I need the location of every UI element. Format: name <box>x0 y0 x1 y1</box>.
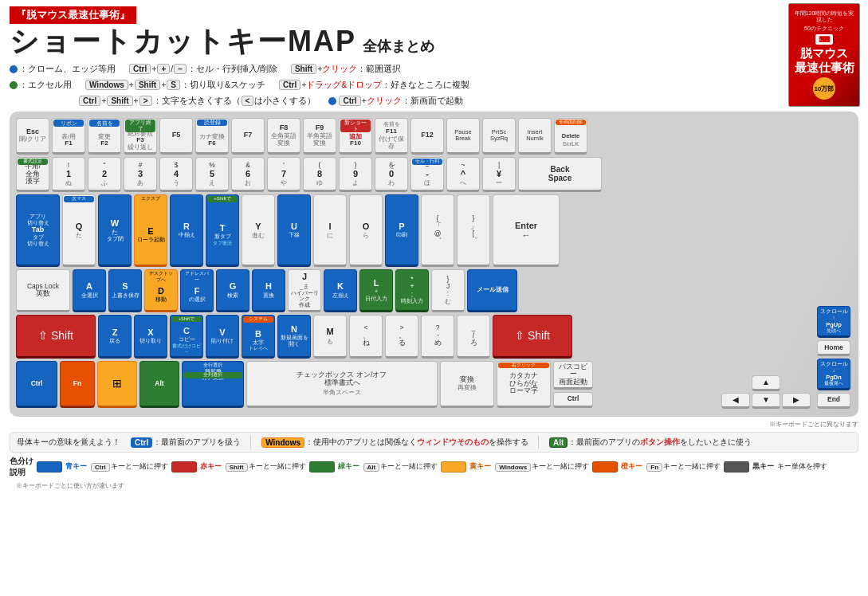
key-p[interactable]: P 印刷 <box>385 194 418 267</box>
key-hanzen[interactable]: 半角/ 全角 漢字 書式設定 <box>16 157 49 192</box>
key-end[interactable]: End <box>817 393 850 409</box>
key-minus[interactable]: = - ほ セル・行列 <box>410 157 444 192</box>
qwerty-row: アプリ 切り替え Tab タブ 切り替え Q た 次マス W た タブ閉 エクス… <box>16 194 852 267</box>
key-up[interactable]: ▲ <box>752 375 780 391</box>
key-q[interactable]: Q た 次マス <box>62 194 96 267</box>
key-f8[interactable]: F8 全角英語 変換 <box>267 118 300 155</box>
arrow-keys: ▲ ◀ ▼ ▶ <box>721 375 811 409</box>
key-y[interactable]: Y 進む <box>242 194 275 267</box>
key-fn[interactable]: Fn <box>60 361 95 408</box>
right-ctrl-area: パスコピー 画面起動 Ctrl <box>553 361 593 408</box>
right-nav-cluster: スクロール↑ PgUp 先頭へ Home スクロール↓ PgDn 最後尾へ <box>817 306 850 409</box>
key-comma[interactable]: < 、 ね <box>349 315 383 359</box>
key-left[interactable]: ◀ <box>721 393 750 409</box>
key-mail[interactable]: メール送信 <box>467 269 517 312</box>
key-backslash[interactable]: _ / ろ <box>457 315 490 359</box>
key-backspace[interactable]: Back Space <box>518 157 602 192</box>
key-c[interactable]: +Shiftで C コピー 書式だけコピ→ <box>170 315 203 359</box>
key-8[interactable]: ( 8 ゆ <box>303 157 336 192</box>
key-a[interactable]: A 全選択 <box>73 269 106 312</box>
key-s[interactable]: S 上書き保存 <box>108 269 142 312</box>
key-yen[interactable]: | ¥ ー <box>482 157 516 192</box>
key-4[interactable]: $ 4 う <box>159 157 193 192</box>
asdf-row: Caps Lock 英数 A 全選択 S 上書き保存 デスクトップへ D 移動 <box>16 269 852 312</box>
key-prtsc[interactable]: PrtSc SyzRq <box>482 118 516 155</box>
key-h[interactable]: H 置換 <box>252 269 285 312</box>
key-o[interactable]: O ら <box>349 194 383 267</box>
key-ctrl-left[interactable]: Ctrl <box>16 361 57 408</box>
key-f11[interactable]: 名前を F11 付けて保存 <box>375 118 408 155</box>
key-f10[interactable]: 新ショート 追加 F10 <box>339 118 372 155</box>
key-f9[interactable]: F9 半角英語 変換 <box>303 118 336 155</box>
key-bracket-right[interactable]: } 」 [ ゜ <box>457 194 490 267</box>
keyboard-container: Esc 閉/クリア リボン 表/用 F1 名前を 変更 F2 <box>10 112 858 417</box>
key-x[interactable]: X 切り取り <box>134 315 167 359</box>
key-space[interactable]: チェックボックス オン/オフ 標準書式へ 半角スペース <box>246 361 438 408</box>
key-2[interactable]: " 2 ふ <box>88 157 121 192</box>
key-r[interactable]: R 中揃え <box>170 194 203 267</box>
key-6[interactable]: & 6 お <box>231 157 265 192</box>
key-7[interactable]: ' 7 や <box>267 157 300 192</box>
key-delete[interactable]: 全画面削除 Delete ScrLK <box>554 118 587 155</box>
key-caret[interactable]: ~ ^ へ <box>446 157 480 192</box>
key-pgdn[interactable]: スクロール↓ PgDn 最後尾へ <box>817 359 850 390</box>
title-box: 『脱マウス最速仕事術』 <box>10 6 136 24</box>
key-u[interactable]: U 下線 <box>277 194 311 267</box>
key-shift-left[interactable]: ⇧ Shift <box>16 315 96 359</box>
key-shift-right[interactable]: ⇧ Shift <box>493 315 572 359</box>
key-3[interactable]: # 3 あ <box>124 157 157 192</box>
key-5[interactable]: % 5 え <box>195 157 229 192</box>
book-title2: 最速仕事術 <box>795 61 854 75</box>
key-0[interactable]: を 0 わ <box>375 157 408 192</box>
key-f3[interactable]: アプリ終了 絶対参照 F3 繰り返し <box>124 118 157 155</box>
key-katakana[interactable]: カタカナ ひらがな ローマ字 右クリック <box>497 361 551 408</box>
key-n[interactable]: N 新規画面を 開く <box>277 315 311 359</box>
color-orange <box>592 461 618 472</box>
key-ctrl-right[interactable]: Ctrl <box>553 392 593 408</box>
key-semicolon[interactable]: * + ; 時刻入力 <box>395 269 429 312</box>
key-j[interactable]: J _ま ハイパーリンク 作成 <box>288 269 321 312</box>
key-m[interactable]: M も <box>313 315 347 359</box>
key-9[interactable]: ) 9 よ <box>339 157 372 192</box>
key-muhenkan[interactable]: 無変換 カナ変換 全行選択 全列選択 <box>182 361 244 408</box>
key-b[interactable]: システム B 太字 トレイへ <box>242 315 275 359</box>
key-windows[interactable]: ⊞ <box>97 361 137 408</box>
key-bracket-left[interactable]: { 「 @ ゛ <box>421 194 454 267</box>
key-e[interactable]: エクスプ E ローラ起動 <box>134 194 167 267</box>
key-tab[interactable]: アプリ 切り替え Tab タブ 切り替え <box>16 194 60 267</box>
key-capslock[interactable]: Caps Lock 英数 <box>16 269 70 312</box>
book-title1: 脱マウス <box>800 46 848 61</box>
key-f12[interactable]: F12 <box>410 118 444 155</box>
key-period[interactable]: > 。 る <box>385 315 418 359</box>
key-f7[interactable]: F7 <box>231 118 265 155</box>
legend-row2: ：エクセル用 Windows+Shift+S：切り取り&スケッチ Ctrl+ドラ… <box>10 80 858 91</box>
key-g[interactable]: G 検索 <box>216 269 249 312</box>
key-f2[interactable]: 名前を 変更 F2 <box>88 118 121 155</box>
color-red <box>171 461 197 472</box>
key-pause[interactable]: Pause Break <box>446 118 480 155</box>
key-f5[interactable]: F5 <box>159 118 193 155</box>
key-w[interactable]: W た タブ閉 <box>98 194 132 267</box>
key-1[interactable]: ! 1 ぬ <box>52 157 85 192</box>
key-alt[interactable]: Alt <box>139 361 179 408</box>
key-t[interactable]: +Shiftで T 新タブ タブ復活 <box>206 194 239 267</box>
key-z[interactable]: Z 戻る <box>98 315 132 359</box>
key-l[interactable]: L + 日付入力 <box>359 269 393 312</box>
key-f1[interactable]: リボン 表/用 F1 <box>52 118 85 155</box>
key-insert[interactable]: Insert NumIk <box>518 118 552 155</box>
key-i[interactable]: I に <box>313 194 347 267</box>
key-home[interactable]: Home <box>817 340 850 356</box>
key-henkan[interactable]: 変換 再変換 <box>440 361 494 408</box>
key-pgup[interactable]: スクロール↑ PgUp 先頭へ <box>817 306 850 338</box>
key-slash[interactable]: ? ・ め <box>421 315 454 359</box>
key-k[interactable]: K 左揃え <box>324 269 357 312</box>
key-colon[interactable]: } J : む <box>431 269 465 312</box>
key-d[interactable]: デスクトップへ D 移動 <box>144 269 178 312</box>
key-f6[interactable]: 読登録 カナ変換 F6 <box>195 118 229 155</box>
key-v[interactable]: V 貼り付け <box>206 315 239 359</box>
key-f[interactable]: アドレスバー F の選択 <box>180 269 214 312</box>
key-right[interactable]: ▶ <box>782 393 811 409</box>
key-esc[interactable]: Esc 閉/クリア <box>16 118 49 155</box>
key-enter[interactable]: Enter ← <box>493 194 560 267</box>
key-down[interactable]: ▼ <box>752 393 780 409</box>
